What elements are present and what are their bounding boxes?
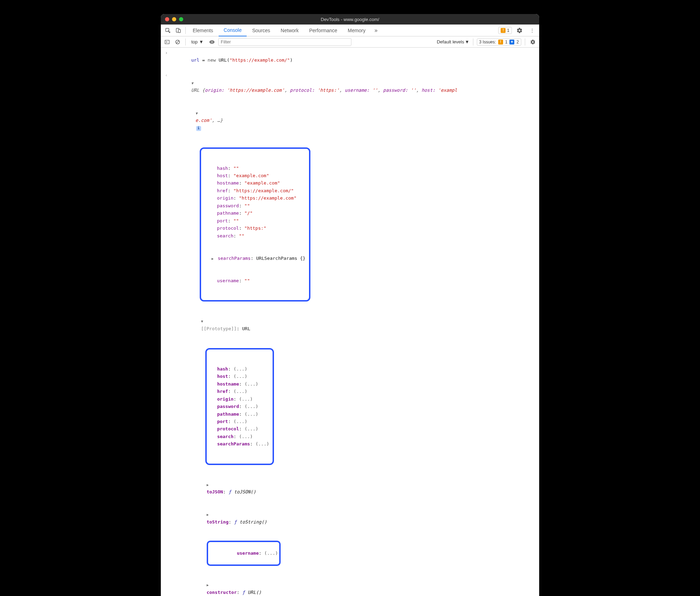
console-output: › url = new URL("https://example.com/") … [161, 48, 539, 596]
prototype-row[interactable]: [[Prototype]]: URL [161, 310, 539, 340]
separator [473, 39, 473, 46]
warnings-badge[interactable]: ! 1 [498, 27, 512, 34]
log-levels-dropdown[interactable]: Default levels ▼ [437, 39, 469, 44]
titlebar: DevTools - www.google.com/ [161, 14, 539, 25]
separator [185, 39, 186, 46]
proto-getter[interactable]: hash: (...) [207, 365, 269, 373]
object-property[interactable]: hash: "" [202, 165, 306, 172]
chevron-down-icon: ▼ [465, 39, 469, 44]
object-property[interactable]: protocol: "https:" [202, 224, 306, 232]
info-badge-icon[interactable]: i [196, 126, 201, 131]
object-property[interactable]: href: "https://example.com/" [202, 187, 306, 194]
expand-toggle[interactable] [201, 317, 205, 325]
traffic-lights [165, 17, 183, 21]
proto-getter[interactable]: pathname: (...) [207, 410, 269, 418]
zoom-window-button[interactable] [179, 17, 183, 21]
tab-sources[interactable]: Sources [247, 25, 275, 36]
svg-rect-2 [178, 29, 180, 33]
object-property[interactable]: search: "" [202, 232, 306, 240]
info-icon: ✦ [509, 40, 514, 44]
proto-getter[interactable]: password: (...) [207, 403, 269, 410]
devtools-window: DevTools - www.google.com/ Elements Cons… [161, 14, 539, 596]
proto-getter[interactable]: port: (...) [207, 418, 269, 425]
tab-console[interactable]: Console [219, 25, 246, 36]
proto-fn-tojson[interactable]: toJSON: ƒ toJSON() [161, 473, 539, 503]
object-property[interactable]: username: "" [202, 277, 306, 284]
settings-button[interactable] [515, 26, 524, 35]
highlight-proto-getters: hash: (...)host: (...)hostname: (...)hre… [205, 348, 274, 465]
tab-memory[interactable]: Memory [343, 25, 371, 36]
warnings-count: 1 [507, 28, 509, 33]
devtools-tabbar: Elements Console Sources Network Perform… [161, 25, 539, 36]
proto-constructor[interactable]: constructor: ƒ URL() [161, 574, 539, 596]
separator [185, 27, 186, 34]
object-property[interactable]: hostname: "example.com" [202, 179, 306, 187]
expand-toggle[interactable] [207, 511, 210, 518]
context-selector[interactable]: top ▼ [189, 39, 206, 45]
console-settings-icon[interactable] [529, 38, 537, 46]
filter-input[interactable] [218, 38, 351, 46]
window-title: DevTools - www.google.com/ [161, 17, 539, 22]
separator [525, 39, 525, 46]
device-toggle-icon[interactable] [173, 26, 183, 35]
result-icon: ‹ [164, 71, 169, 102]
clear-console-icon[interactable] [173, 38, 182, 46]
prompt-icon: › [164, 49, 169, 71]
live-expression-icon[interactable] [208, 38, 216, 46]
chevron-down-icon: ▼ [199, 39, 204, 44]
context-label: top [191, 39, 198, 44]
more-menu-button[interactable]: ⋮ [527, 26, 537, 35]
proto-getter[interactable]: href: (...) [207, 388, 269, 395]
proto-getter[interactable]: searchParams: (...) [207, 440, 269, 448]
expand-toggle[interactable] [212, 255, 215, 262]
object-property[interactable]: origin: "https://example.com" [202, 194, 306, 202]
inspect-element-icon[interactable] [163, 26, 173, 35]
console-input-row[interactable]: › url = new URL("https://example.com/") [161, 49, 539, 71]
expand-toggle[interactable] [207, 481, 210, 488]
expand-toggle[interactable] [191, 79, 195, 86]
proto-getter[interactable]: host: (...) [207, 373, 269, 380]
proto-getter[interactable]: origin: (...) [207, 395, 269, 403]
proto-fn-tostring[interactable]: toString: ƒ toString() [161, 503, 539, 533]
issues-badge[interactable]: 3 Issues: !1 ✦2 [477, 39, 521, 46]
object-property[interactable]: host: "example.com" [202, 172, 306, 179]
tab-performance[interactable]: Performance [304, 25, 342, 36]
object-property[interactable]: port: "" [202, 217, 306, 224]
object-property[interactable]: password: "" [202, 202, 306, 209]
more-tabs-button[interactable]: » [371, 27, 381, 34]
console-result-row[interactable]: ‹ URL {origin: 'https://example.com', pr… [161, 71, 539, 102]
proto-getter[interactable]: protocol: (...) [207, 425, 269, 432]
issues-label: 3 Issues: [479, 40, 496, 44]
object-property[interactable]: pathname: "/" [202, 209, 306, 217]
console-result-wrap: e.com', …} i [161, 102, 539, 139]
proto-getter[interactable]: search: (...) [207, 433, 269, 440]
proto-getter[interactable]: hostname: (...) [207, 380, 269, 388]
console-toolbar: top ▼ Default levels ▼ 3 Issues: !1 ✦2 [161, 36, 539, 48]
expand-toggle[interactable] [207, 581, 210, 588]
object-property[interactable]: searchParams: URLSearchParams {} [202, 255, 306, 262]
tab-network[interactable]: Network [276, 25, 303, 36]
highlight-own-properties: hash: "" host: "example.com" hostname: "… [200, 147, 310, 302]
expand-toggle[interactable] [195, 109, 199, 117]
tab-elements[interactable]: Elements [188, 25, 218, 36]
highlight-username-getter: username: (...) [207, 541, 281, 566]
close-window-button[interactable] [165, 17, 169, 21]
minimize-window-button[interactable] [172, 17, 176, 21]
svg-line-5 [176, 41, 179, 43]
toggle-sidebar-icon[interactable] [163, 38, 171, 46]
warning-icon: ! [501, 28, 506, 33]
warning-icon: ! [498, 40, 503, 44]
